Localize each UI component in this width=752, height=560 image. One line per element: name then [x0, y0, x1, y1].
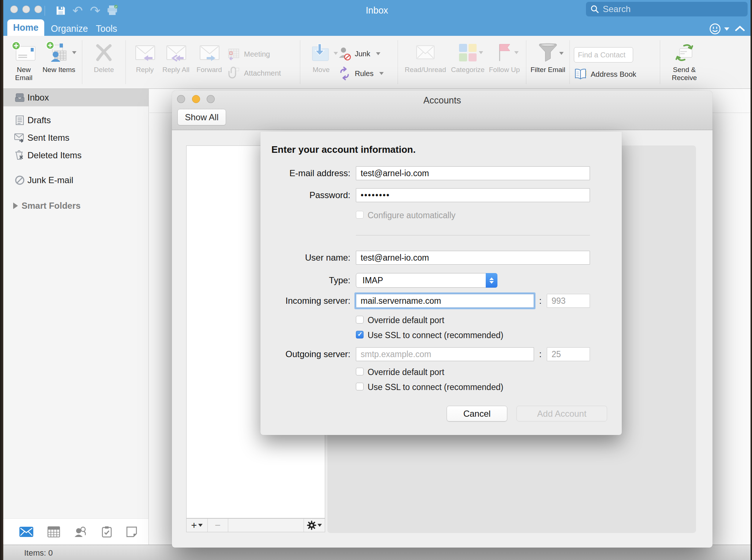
filter-email-label: Filter Email	[530, 66, 565, 74]
desktop-edge-right	[751, 0, 752, 560]
forward-icon	[198, 39, 221, 66]
filter-email-button[interactable]: Filter Email	[530, 38, 565, 88]
password-field[interactable]	[356, 188, 590, 202]
find-contact-input[interactable]	[574, 47, 633, 63]
incoming-override-port-label: Override default port	[368, 315, 444, 325]
filter-email-caret	[559, 52, 564, 55]
search-box[interactable]	[586, 2, 748, 16]
address-book-button[interactable]: Address Book	[574, 68, 656, 80]
outgoing-server-field[interactable]	[356, 347, 534, 361]
meeting-label: Meeting	[244, 50, 270, 58]
accounts-titlebar: Accounts Show All	[172, 91, 712, 130]
add-account-plus-button[interactable]: +	[187, 519, 208, 532]
incoming-override-port-checkbox[interactable]	[356, 316, 364, 323]
smiley-dropdown-caret[interactable]	[724, 27, 729, 31]
sidebar-item-deleted-items[interactable]: Deleted Items	[3, 147, 148, 164]
categorize-button: Categorize	[449, 38, 487, 88]
rules-button[interactable]: Rules	[338, 67, 394, 80]
reply-icon	[134, 39, 156, 66]
move-button: Move	[304, 38, 338, 88]
plus-glyph: +	[191, 520, 197, 531]
sidebar-item-inbox[interactable]: Inbox	[3, 89, 148, 106]
move-label: Move	[313, 66, 330, 74]
type-value: IMAP	[362, 276, 383, 285]
outgoing-colon: :	[539, 349, 542, 359]
gear-menu-button[interactable]	[304, 519, 325, 532]
outgoing-use-ssl-checkbox[interactable]	[356, 383, 364, 390]
move-caret	[334, 52, 338, 55]
new-items-button[interactable]: New Items	[40, 38, 78, 88]
sidebar-item-smart-folders[interactable]: Smart Folders	[3, 197, 148, 215]
ribbon-tabbar: Home Organize Tools	[3, 22, 751, 36]
follow-up-flag-icon	[495, 39, 514, 66]
send-receive-button[interactable]: Send & Receive	[664, 38, 704, 88]
new-email-label: New Email	[8, 66, 40, 82]
remove-account-button: −	[208, 519, 228, 532]
cancel-button[interactable]: Cancel	[447, 406, 507, 421]
incoming-server-field[interactable]	[356, 294, 534, 308]
email-field[interactable]	[356, 166, 590, 180]
ribbon-divider	[569, 40, 570, 84]
attachment-icon	[226, 67, 240, 80]
filter-funnel-icon	[537, 39, 559, 66]
sidebar-item-label: Junk E-mail	[27, 175, 73, 185]
read-unread-label: Read/Unread	[405, 66, 446, 74]
junk-icon	[338, 47, 351, 61]
tasks-module-icon[interactable]	[102, 526, 112, 538]
sidebar-item-sent-items[interactable]: Sent Items	[3, 129, 148, 147]
sidebar-item-junk[interactable]: Junk E-mail	[3, 171, 148, 189]
read-unread-button: Read/Unread	[402, 38, 449, 88]
mail-module-icon[interactable]	[19, 527, 33, 537]
desktop-edge-left	[0, 0, 3, 560]
notes-module-icon[interactable]	[126, 526, 137, 537]
inbox-icon	[14, 92, 25, 103]
calendar-module-icon[interactable]	[48, 526, 60, 537]
meeting-icon	[226, 48, 240, 61]
incoming-use-ssl-label: Use SSL to connect (recommended)	[368, 330, 503, 340]
collapse-ribbon-icon[interactable]	[734, 24, 745, 33]
type-dropdown[interactable]: IMAP	[356, 273, 497, 288]
search-icon	[590, 5, 599, 14]
minus-glyph: −	[215, 520, 221, 531]
gear-caret-icon	[317, 524, 322, 527]
disclosure-triangle-icon[interactable]	[10, 200, 21, 211]
attachment-button: Attachment	[226, 67, 296, 80]
drafts-icon	[14, 115, 25, 126]
tab-home[interactable]: Home	[7, 19, 44, 36]
junk-button[interactable]: Junk	[338, 47, 394, 61]
outgoing-override-port-checkbox[interactable]	[356, 368, 364, 375]
tab-tools[interactable]: Tools	[96, 23, 117, 34]
delete-label: Delete	[94, 66, 114, 74]
feedback-smiley-icon[interactable]	[709, 23, 721, 35]
reply-all-icon	[165, 39, 187, 66]
outgoing-use-ssl-label: Use SSL to connect (recommended)	[368, 382, 503, 392]
add-account-button: Add Account	[516, 406, 607, 421]
incoming-use-ssl-checkbox[interactable]	[356, 331, 364, 338]
sidebar-item-drafts[interactable]: Drafts	[3, 111, 148, 129]
tab-organize[interactable]: Organize	[51, 23, 88, 34]
trash-icon	[14, 150, 25, 161]
configure-automatically-checkbox	[356, 211, 364, 219]
reply-label: Reply	[136, 66, 154, 74]
show-all-button[interactable]: Show All	[177, 109, 226, 125]
incoming-colon: :	[539, 296, 542, 306]
meeting-button: Meeting	[226, 48, 296, 61]
new-email-icon	[11, 39, 37, 66]
rules-caret	[379, 72, 384, 75]
username-field[interactable]	[356, 251, 590, 265]
ribbon-divider	[300, 40, 300, 84]
junk-label: Junk	[355, 50, 370, 58]
sidebar-item-label: Drafts	[27, 115, 51, 125]
sent-icon	[14, 132, 25, 143]
toolbar-spacer	[228, 519, 304, 532]
type-label: Type:	[260, 275, 350, 285]
new-email-button[interactable]: New Email	[8, 38, 40, 88]
dropdown-stepper-icon	[486, 273, 497, 288]
new-items-label: New Items	[42, 66, 75, 74]
new-items-caret	[72, 51, 76, 54]
incoming-port-field	[547, 294, 590, 308]
search-input[interactable]	[603, 4, 727, 14]
follow-up-caret	[514, 51, 519, 54]
rules-icon	[338, 67, 351, 80]
people-module-icon[interactable]	[74, 526, 87, 537]
